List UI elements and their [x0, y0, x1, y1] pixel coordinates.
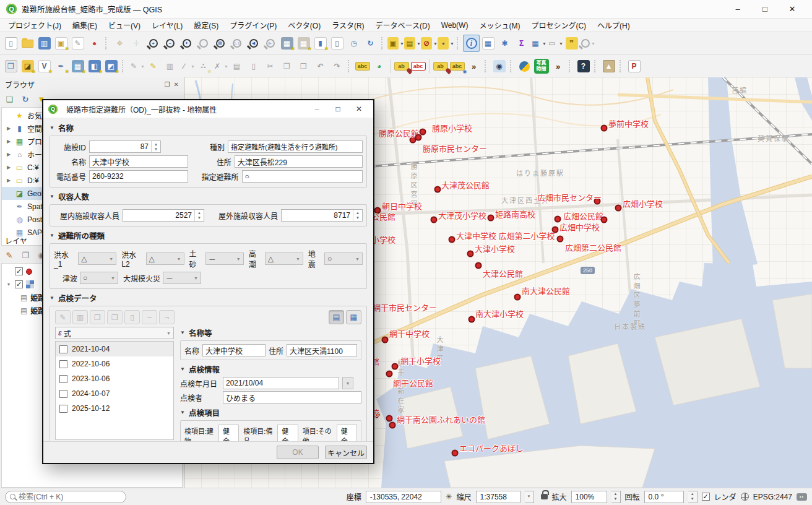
expand-arrow-icon[interactable]: ▶ — [6, 178, 12, 183]
menu-item-3[interactable]: レイヤ(L) — [146, 19, 188, 32]
subform-names-header[interactable]: ▼ 名称等 — [180, 327, 361, 339]
deselect-features-button[interactable]: ⊘▼ — [421, 35, 438, 52]
menu-item-11[interactable]: プロセシング(C) — [525, 19, 592, 32]
inspection-date-row[interactable]: 2022-10-06 — [56, 356, 173, 371]
redo-button[interactable]: ↷ — [329, 58, 345, 75]
save-project-button[interactable]: ▥ — [36, 35, 53, 52]
indoor-capacity-spinbox[interactable]: 2527 ▲▼ — [123, 209, 204, 222]
shelter-dot[interactable] — [557, 236, 564, 243]
new-3d-map-view-button[interactable]: ▦★ — [295, 35, 312, 52]
type-field[interactable]: 指定避難所(避難生活を行う避難所) — [228, 140, 363, 153]
shelter-dot[interactable] — [434, 186, 441, 193]
pan-to-selection-button[interactable]: ✛ — [128, 35, 145, 52]
shelter-dot[interactable] — [475, 262, 482, 269]
measure-button[interactable]: ▭▼ — [546, 35, 563, 52]
zoom-next-button[interactable]: ▶ — [262, 35, 279, 52]
scale-value[interactable]: 1:37558 — [476, 491, 520, 503]
refresh-browser-icon[interactable]: ↻ — [20, 93, 31, 105]
spin-arrows-icon[interactable]: ▲▼ — [151, 141, 160, 152]
check-item-value[interactable]: 健全 — [218, 425, 239, 441]
menu-item-10[interactable]: メッシュ(M) — [473, 19, 525, 32]
dialog-minimize-button[interactable]: – — [308, 102, 326, 116]
ok-button[interactable]: OK — [277, 446, 319, 459]
map-tips-button[interactable]: ❞ — [563, 35, 580, 52]
toggle-editing-button[interactable]: ✎ — [145, 58, 162, 75]
layer-checkbox[interactable]: ✓ — [15, 280, 23, 288]
menu-item-0[interactable]: プロジェクト(J) — [2, 19, 67, 32]
zoom-native-button[interactable]: 1:1 — [228, 35, 245, 52]
open-layer-styling-icon[interactable]: ✎ — [4, 249, 15, 261]
name-field[interactable]: 大津中学校 — [89, 155, 188, 168]
attribute-table-button[interactable]: ▦▼ — [530, 35, 546, 52]
table-view-button[interactable]: ▦ — [346, 310, 361, 324]
temporal-controller-button[interactable]: ◷ — [345, 35, 362, 52]
crs-value[interactable]: EPSG:2447 — [753, 493, 792, 501]
show-bookmarks-button[interactable]: ▯ — [329, 35, 345, 52]
menu-item-2[interactable]: ビュー(V) — [103, 19, 146, 32]
inspection-tool-1-button[interactable]: ▥ — [72, 310, 88, 324]
date-checkbox[interactable] — [59, 360, 67, 368]
shelter-type-combo[interactable]: －▼ — [163, 272, 201, 284]
phone-field[interactable]: 260-9232 — [89, 170, 188, 183]
vertex-tool-button[interactable]: ✗▼ — [212, 58, 228, 75]
processing-toolbox-button[interactable]: ✱ — [496, 35, 513, 52]
python-console-button[interactable] — [516, 58, 533, 75]
layer-styling-button[interactable]: ● — [86, 35, 103, 52]
new-project-button[interactable]: ▯ — [2, 35, 19, 52]
layer-diagram-options-button[interactable]: ◕ — [371, 58, 387, 75]
shelter-type-combo[interactable]: －▼ — [205, 252, 244, 265]
form-view-button[interactable]: ▤ — [329, 310, 344, 324]
zoom-out-button[interactable]: − — [162, 35, 178, 52]
save-layer-edits-button[interactable]: ▥ — [162, 58, 178, 75]
zoom-full-button[interactable]: ✦ — [178, 35, 195, 52]
photo-time-plugin-button[interactable]: 写真時間 — [533, 58, 550, 75]
dialog-maximize-button[interactable]: □ — [329, 102, 347, 116]
spin-arrows-icon[interactable]: ▲▼ — [194, 210, 204, 221]
magnifier-value[interactable]: 100% — [571, 491, 607, 503]
float-panel-icon[interactable]: ❐ — [165, 81, 170, 88]
close-button[interactable]: ✕ — [779, 1, 806, 18]
refresh-map-button[interactable]: ↻ — [362, 35, 379, 52]
shelter-type-combo[interactable]: ○▼ — [324, 252, 363, 265]
crs-globe-icon[interactable] — [741, 493, 749, 501]
expand-arrow-icon[interactable]: ▾ — [6, 282, 12, 287]
menu-item-8[interactable]: データベース(D) — [370, 19, 436, 32]
inspection-tool-2-button[interactable]: ❒ — [90, 310, 105, 324]
menu-item-7[interactable]: ラスタ(R) — [326, 19, 369, 32]
digitize-segment-button[interactable]: ∕▼ — [178, 58, 195, 75]
shelter-dot[interactable] — [386, 415, 393, 422]
shelter-dot[interactable] — [386, 371, 393, 378]
inspection-tool-5-button[interactable]: – — [142, 310, 157, 324]
shelter-dot[interactable] — [431, 217, 438, 223]
data-source-manager-button[interactable]: ❐ — [2, 58, 19, 75]
inspection-tool-4-button[interactable]: ▯ — [124, 310, 140, 324]
pan-map-button[interactable]: ❖ — [111, 35, 128, 52]
shelter-type-combo[interactable]: △▼ — [78, 252, 116, 265]
shelter-dot[interactable] — [601, 125, 608, 132]
dialog-titlebar[interactable]: Q 姫路市指定避難所（OD)_一部抜粋 - 地物属性 – □ ✕ — [43, 100, 373, 118]
subform-info-header[interactable]: ▼ 点検情報 — [180, 363, 361, 375]
expand-arrow-icon[interactable]: ▶ — [6, 126, 12, 131]
inspection-tool-0-button[interactable]: ✎ — [55, 310, 71, 324]
add-mesh-layer-button[interactable]: ◩★ — [103, 58, 119, 75]
search-input[interactable] — [19, 493, 111, 501]
layer-labeling-options-button[interactable]: abc — [354, 58, 371, 75]
show-statistics-button[interactable]: Σ — [513, 35, 530, 52]
shelter-type-combo[interactable]: ○▼ — [80, 272, 118, 284]
shelter-dot[interactable] — [514, 294, 521, 301]
new-map-view-button[interactable]: ▦★ — [279, 35, 295, 52]
shelter-dot[interactable] — [488, 215, 495, 222]
paste-features-button[interactable]: ❒ — [295, 58, 312, 75]
date-checkbox[interactable] — [59, 375, 67, 383]
save-project-as-button[interactable]: ▣★ — [53, 35, 69, 52]
section-shelter-types-header[interactable]: ▼ 避難所の種類 — [50, 230, 367, 241]
expression-selector[interactable]: ε 式 ▼ — [55, 327, 174, 339]
rotation-value[interactable]: 0.0 ° — [644, 491, 684, 503]
shelter-dot[interactable] — [382, 337, 389, 343]
add-spatialite-layer-button[interactable]: ✒★ — [53, 58, 69, 75]
menu-item-9[interactable]: Web(W) — [436, 20, 474, 31]
address-field[interactable]: 大津区長松229 — [235, 155, 363, 168]
messages-icon[interactable]: •• — [797, 493, 807, 501]
undo-button[interactable]: ↶ — [312, 58, 329, 75]
select-features-by-value-button[interactable]: ▤▼ — [404, 35, 421, 52]
